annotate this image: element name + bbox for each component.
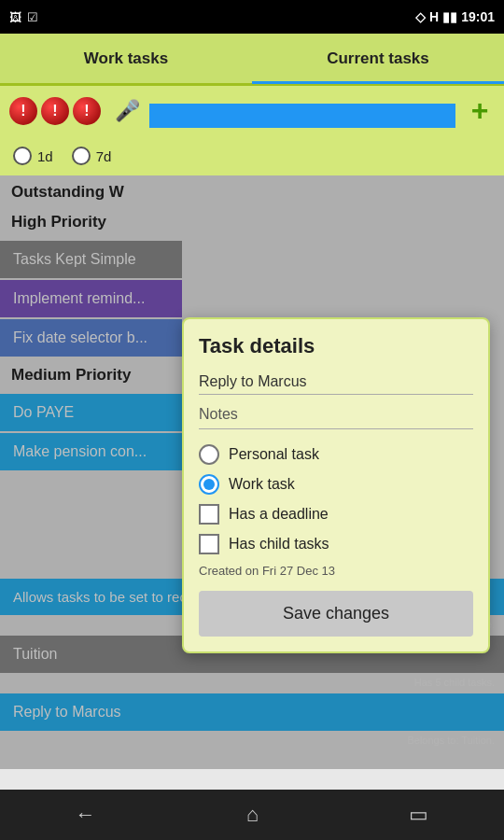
signal-icon: H bbox=[429, 9, 439, 24]
work-task-label: Work task bbox=[229, 476, 295, 493]
add-task-button[interactable]: + bbox=[465, 96, 495, 126]
image-icon: 🖼 bbox=[9, 10, 21, 24]
bomb-icon-2 bbox=[41, 97, 69, 125]
task-details-modal: Task details Notes Personal task Work ta… bbox=[182, 317, 490, 653]
tab-work-tasks[interactable]: Work tasks bbox=[0, 36, 252, 81]
back-button[interactable]: ← bbox=[76, 803, 96, 827]
filter-7d-label: 7d bbox=[96, 148, 112, 164]
radio-work[interactable] bbox=[199, 474, 219, 495]
created-date: Created on Fri 27 Dec 13 bbox=[199, 564, 473, 578]
bomb-icon-3 bbox=[73, 97, 101, 125]
radio-personal[interactable] bbox=[199, 444, 219, 465]
checkbox-child-tasks[interactable] bbox=[199, 534, 219, 554]
modal-title: Task details bbox=[199, 334, 473, 358]
checkbox-deadline[interactable] bbox=[199, 504, 219, 525]
has-child-tasks-option[interactable]: Has child tasks bbox=[199, 534, 473, 554]
notes-divider bbox=[199, 428, 473, 429]
filter-row: 1d 7d bbox=[0, 136, 504, 175]
notes-label: Notes bbox=[199, 406, 473, 423]
has-child-tasks-label: Has child tasks bbox=[229, 536, 329, 553]
nav-bar: ← ⌂ ▭ bbox=[0, 790, 504, 840]
search-input-underline bbox=[149, 104, 455, 128]
filter-1d[interactable]: 1d bbox=[13, 147, 53, 165]
radio-1d[interactable] bbox=[13, 147, 32, 165]
status-bar-left: 🖼 ☑ bbox=[9, 10, 38, 24]
checkbox-icon: ☑ bbox=[27, 10, 38, 24]
time-display: 19:01 bbox=[461, 9, 495, 24]
status-bar: 🖼 ☑ ◇ H ▮▮ 19:01 bbox=[0, 0, 504, 34]
sim-icon: ◇ bbox=[415, 9, 426, 24]
battery-icon: ▮▮ bbox=[442, 9, 457, 24]
has-deadline-label: Has a deadline bbox=[229, 506, 329, 523]
recent-button[interactable]: ▭ bbox=[409, 803, 428, 827]
personal-task-option[interactable]: Personal task bbox=[199, 444, 473, 465]
main-content: Outstanding W High Priority Tasks Kept S… bbox=[0, 175, 504, 769]
priority-icons bbox=[9, 97, 101, 125]
mic-icon[interactable]: 🎤 bbox=[114, 98, 140, 124]
has-deadline-option[interactable]: Has a deadline bbox=[199, 504, 473, 525]
filter-1d-label: 1d bbox=[37, 148, 53, 164]
filter-7d[interactable]: 7d bbox=[72, 147, 112, 165]
radio-7d[interactable] bbox=[72, 147, 91, 165]
tab-bar: Work tasks Current tasks bbox=[0, 34, 504, 86]
home-button[interactable]: ⌂ bbox=[246, 803, 259, 827]
tab-current-tasks[interactable]: Current tasks bbox=[252, 36, 504, 84]
status-bar-right: ◇ H ▮▮ 19:01 bbox=[415, 9, 495, 24]
bomb-icon-1 bbox=[9, 97, 37, 125]
work-task-option[interactable]: Work task bbox=[199, 474, 473, 495]
search-bar: 🎤 + bbox=[0, 86, 504, 136]
save-changes-button[interactable]: Save changes bbox=[199, 591, 473, 637]
personal-task-label: Personal task bbox=[229, 446, 319, 463]
search-wrapper bbox=[149, 94, 455, 128]
task-name-input[interactable] bbox=[199, 371, 473, 395]
